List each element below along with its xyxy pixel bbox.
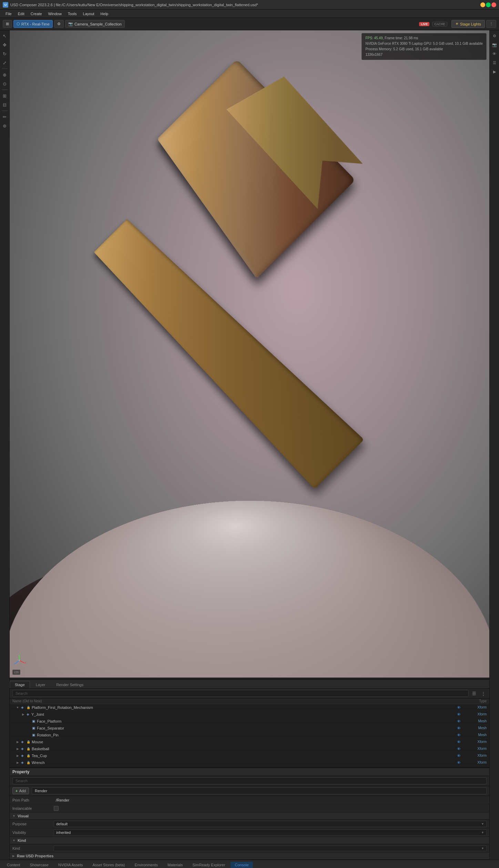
face-platform-type: Mesh — [462, 719, 489, 723]
tab-layer[interactable]: Layer — [31, 681, 51, 688]
face-sep-vis[interactable]: 👁 — [456, 725, 462, 731]
viewport[interactable]: FPS: 45.49, Frame time: 21.98 ms NVIDIA … — [10, 30, 489, 678]
right-camera-btn[interactable]: 📷 — [490, 41, 499, 49]
tree-row-basketball[interactable]: ▶ ◈ 🔒 Basketball 👁 Xform — [10, 745, 489, 752]
expander-mouse[interactable]: ▶ — [15, 740, 20, 744]
visibility-row: Visibility inherited ▼ — [10, 828, 489, 837]
prop-search-input[interactable] — [12, 777, 487, 784]
expander-wrench[interactable]: ▶ — [15, 760, 20, 765]
filter-options-btn[interactable]: ⋮ — [480, 690, 487, 697]
menu-help[interactable]: Help — [98, 11, 111, 17]
maximize-button[interactable] — [486, 2, 491, 7]
menu-file[interactable]: File — [3, 11, 14, 17]
tab-nvidia-assets[interactable]: NVIDIA Assets — [54, 862, 87, 868]
tree-row-rotation-pin[interactable]: ▶ ▣ Rotation_Pin 👁 Mesh — [10, 732, 489, 738]
menu-edit[interactable]: Edit — [15, 11, 27, 17]
right-layers-btn[interactable]: ☰ — [490, 59, 499, 67]
tree-row-face-separator[interactable]: ▶ ▣ Face_Separator 👁 Mesh — [10, 725, 489, 732]
tree-row-wrench[interactable]: ▶ ◈ 🔒 Wrench 👁 Xform — [10, 759, 489, 766]
measure-tool-btn[interactable]: ⊟ — [1, 101, 9, 109]
close-button[interactable] — [491, 2, 496, 7]
stage-search-input[interactable] — [12, 690, 469, 697]
menu-tools[interactable]: Tools — [65, 11, 80, 17]
wrench-vis[interactable]: 👁 — [456, 760, 462, 766]
prop-add-btn[interactable]: + Add — [12, 787, 29, 794]
purpose-dropdown[interactable]: default ▼ — [54, 821, 487, 827]
teacup-icon: ◈ — [20, 753, 25, 758]
tab-asset-stores[interactable]: Asset Stores (beta) — [88, 862, 129, 868]
tab-content[interactable]: Content — [3, 862, 24, 868]
expander-teacup[interactable]: ▶ — [15, 753, 20, 758]
prim-type-field[interactable]: Render — [32, 787, 487, 794]
visibility-dropdown-arrow: ▼ — [481, 831, 484, 834]
tree-row-teacup[interactable]: ▶ ◈ 🔒 Tea_Cup 👁 Xform — [10, 752, 489, 759]
tab-stage[interactable]: Stage — [10, 681, 30, 688]
tab-materials[interactable]: Materials — [163, 862, 187, 868]
stage-lights-btn[interactable]: ☀ Stage Lights — [451, 20, 485, 28]
snap-tool-btn[interactable]: ⊞ — [1, 92, 9, 100]
expander-platform[interactable]: ▼ — [15, 705, 20, 710]
purpose-value-container: default ▼ — [54, 821, 487, 827]
basketball-vis[interactable]: 👁 — [456, 746, 462, 752]
teacup-vis[interactable]: 👁 — [456, 753, 462, 759]
kind-row: Kind ▼ — [10, 844, 489, 852]
menu-create[interactable]: Create — [28, 11, 45, 17]
expander-rot-pin: ▶ — [26, 733, 31, 737]
paint-tool-btn[interactable]: ✏ — [1, 113, 9, 121]
filter-btn[interactable]: ☰ — [471, 690, 478, 697]
visual-arrow-icon: ▼ — [12, 814, 16, 818]
transform-tool-btn[interactable]: ⊕ — [1, 71, 9, 79]
mouse-vis[interactable]: 👁 — [456, 739, 462, 745]
menu-window[interactable]: Window — [45, 11, 64, 17]
toolbar-grid-btn[interactable]: ⊞ — [3, 20, 12, 28]
kind-dropdown[interactable]: ▼ — [54, 846, 487, 851]
kind-section-header[interactable]: ▼ Kind — [10, 837, 489, 844]
select-tool-btn[interactable]: ↖ — [1, 32, 9, 40]
visual-section-header[interactable]: ▼ Visual — [10, 813, 489, 820]
left-sep-3 — [2, 111, 8, 111]
face-platform-vis[interactable]: 👁 — [456, 718, 462, 724]
tree-row-face-platform[interactable]: ▶ ▣ Face_Platform 👁 Mesh — [10, 718, 489, 725]
tree-row-platform[interactable]: ▼ ◈ 🔒 Platform_First_Rotation_Mechanism … — [10, 704, 489, 711]
right-render-btn[interactable]: ▶ — [490, 68, 499, 76]
expander-basketball[interactable]: ▶ — [15, 746, 20, 751]
raw-usd-section-header[interactable]: ▶ Raw USD Properties — [10, 852, 489, 860]
tree-row-mouse[interactable]: ▶ ◈ 🔒 Mouse 👁 Xform — [10, 738, 489, 745]
scale-tool-btn[interactable]: ⤢ — [1, 59, 9, 67]
instancable-checkbox[interactable] — [54, 806, 59, 811]
expander-yjoint[interactable]: ▶ — [21, 712, 26, 717]
toolbar-settings-btn[interactable]: ⚙ — [54, 20, 64, 28]
window-controls[interactable] — [480, 2, 496, 7]
tab-simready[interactable]: SimReady Explorer — [189, 862, 230, 868]
toolbar-more-btn[interactable]: ⋮ — [486, 20, 496, 28]
bottom-panel: Stage Layer Render Settings ☰ ⋮ Name (Ol… — [10, 679, 489, 860]
yjoint-vis[interactable]: 👁 — [456, 711, 462, 717]
gizmo-tool-btn[interactable]: ⊙ — [1, 80, 9, 88]
right-eye-btn[interactable]: 👁 — [490, 50, 499, 58]
tab-render-settings[interactable]: Render Settings — [51, 681, 89, 688]
rotate-tool-btn[interactable]: ↻ — [1, 50, 9, 58]
tab-environments[interactable]: Environments — [131, 862, 162, 868]
prop-search-bar — [10, 776, 489, 786]
live-badge[interactable]: LIVE — [419, 22, 429, 26]
tab-showcase[interactable]: Showrcase — [26, 862, 53, 868]
rot-pin-label: Rotation_Pin — [37, 733, 456, 737]
camera-btn[interactable]: 📷 Camera_Sample_Collection — [65, 20, 125, 28]
menu-layout[interactable]: Layout — [80, 11, 97, 17]
expander-face-sep: ▶ — [26, 726, 31, 731]
raw-usd-section-label: Raw USD Properties — [17, 854, 53, 858]
rot-pin-vis[interactable]: 👁 — [456, 732, 462, 738]
move-tool-btn[interactable]: ✥ — [1, 41, 9, 49]
settings-icon: ⚙ — [57, 22, 61, 26]
render-mode-btn[interactable]: ⬡ RTX - Real-Time — [13, 20, 53, 28]
visibility-dropdown[interactable]: inherited ▼ — [54, 829, 487, 836]
unit-indicator: cm — [12, 670, 20, 675]
platform-vis[interactable]: 👁 — [456, 704, 462, 711]
light-place-tool-btn[interactable]: ⊛ — [1, 122, 9, 130]
tree-row-yjoint[interactable]: ▶ ◈ Y_Joint 👁 Xform — [10, 711, 489, 718]
tab-console[interactable]: Console — [231, 862, 253, 868]
right-settings-btn[interactable]: ⚙ — [490, 32, 499, 40]
title-bar: U USD Composer 2023.2.6 | file:/C:/Users… — [0, 0, 499, 10]
minimize-button[interactable] — [480, 2, 485, 7]
property-title: Property — [12, 769, 29, 774]
